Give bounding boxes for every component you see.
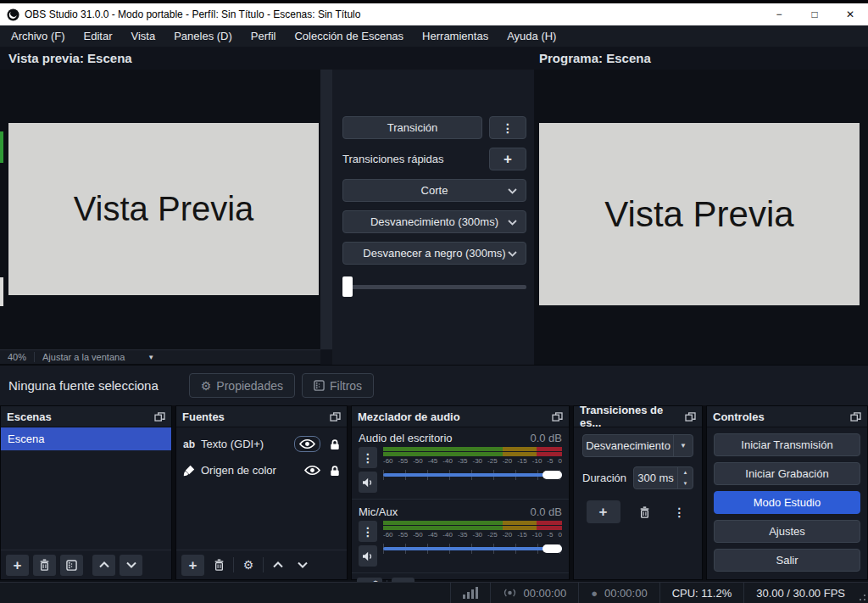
transitions-dock-header[interactable]: Transiciones de es...	[574, 406, 702, 427]
channel-menu-button[interactable]: ⋮	[359, 521, 377, 542]
speaker-icon	[362, 477, 374, 488]
transition-properties-button[interactable]: ⋮	[670, 501, 690, 522]
chevron-down-icon	[298, 561, 308, 568]
preview-viewport[interactable]: Vista Previa 40% Ajustar a la ventana ▼	[0, 70, 320, 349]
add-scene-button[interactable]: +	[6, 555, 29, 576]
quick-transition-fade-black-button[interactable]: Desvanecer a negro (300ms)	[342, 242, 526, 265]
visibility-toggle[interactable]	[304, 465, 320, 476]
scenes-dock: Escenas Escena +	[0, 405, 172, 580]
remove-scene-button[interactable]	[33, 555, 56, 576]
volume-slider-handle[interactable]	[542, 544, 562, 553]
scale-mode[interactable]: Ajustar a la ventana	[35, 350, 132, 364]
volume-slider-handle[interactable]	[542, 471, 562, 479]
spin-down-icon[interactable]: ▼	[678, 478, 693, 489]
menu-archivo[interactable]: Archivo (F)	[2, 25, 75, 47]
program-canvas: Vista Previa	[539, 123, 860, 305]
dropdown-arrow-icon: ▼	[673, 435, 693, 456]
controls-dock-title: Controles	[713, 410, 765, 423]
move-source-down-button[interactable]	[292, 555, 313, 576]
kebab-icon: ⋮	[674, 506, 686, 518]
move-source-up-button[interactable]	[268, 555, 288, 576]
preview-canvas[interactable]: Vista Previa	[8, 123, 319, 295]
exit-button[interactable]: Salir	[714, 549, 860, 572]
channel-menu-button[interactable]: ⋮	[359, 447, 377, 468]
start-streaming-button[interactable]: Iniciar Transmisión	[714, 433, 860, 456]
audio-mixer-dock: Mezclador de audio Audio del escritorio …	[351, 405, 570, 580]
remove-transition-button[interactable]	[635, 501, 655, 522]
popout-icon[interactable]	[552, 412, 563, 422]
transition-slider[interactable]	[342, 276, 526, 297]
titlebar[interactable]: OBS Studio 31.0.0 - Modo portable - Perf…	[0, 3, 868, 25]
menu-editar[interactable]: Editar	[75, 25, 122, 47]
menu-herramientas[interactable]: Herramientas	[413, 25, 498, 47]
menu-ayuda[interactable]: Ayuda (H)	[498, 25, 565, 47]
controls-dock: Controles Iniciar Transmisión Iniciar Gr…	[706, 405, 868, 580]
maximize-button[interactable]: □	[797, 3, 832, 25]
minimize-button[interactable]: −	[761, 3, 797, 25]
transition-button[interactable]: Transición	[342, 116, 482, 139]
color-source-icon	[183, 465, 195, 477]
menu-paneles[interactable]: Paneles (D)	[164, 25, 242, 47]
chevron-down-icon	[508, 220, 517, 226]
close-button[interactable]: ✕	[832, 3, 868, 25]
plus-icon: +	[599, 505, 608, 519]
move-scene-down-button[interactable]	[120, 555, 142, 576]
menu-coleccion-escenas[interactable]: Colección de Escenas	[285, 25, 413, 47]
spin-up-icon[interactable]: ▲	[678, 467, 693, 478]
mute-button[interactable]	[359, 545, 377, 567]
transition-menu-button[interactable]: ⋮	[489, 116, 526, 139]
channel-level: 0.0 dB	[530, 505, 562, 518]
signal-bars-icon	[463, 587, 478, 599]
scene-filters-button[interactable]	[60, 555, 83, 576]
sources-dock-header[interactable]: Fuentes	[176, 406, 347, 427]
quick-transition-cut-button[interactable]: Corte	[342, 179, 526, 202]
scale-mode-dropdown-icon[interactable]: ▼	[147, 354, 154, 361]
source-properties-button[interactable]: ⚙	[238, 555, 259, 576]
transition-slider-handle[interactable]	[342, 276, 353, 297]
preview-label: Vista previa: Escena	[8, 47, 132, 70]
start-recording-button[interactable]: Iniciar Grabación	[714, 462, 860, 485]
filters-button[interactable]: Filtros	[302, 373, 374, 398]
lock-toggle[interactable]	[330, 465, 340, 477]
add-source-button[interactable]: +	[181, 555, 204, 576]
source-row-text[interactable]: ab Texto (GDI+)	[176, 431, 347, 457]
pane-splitter[interactable]	[320, 70, 332, 349]
gear-icon: ⚙	[201, 379, 212, 393]
popout-icon[interactable]	[330, 412, 341, 422]
move-scene-up-button[interactable]	[92, 555, 115, 576]
controls-dock-header[interactable]: Controles	[707, 406, 867, 427]
duration-spinbox[interactable]: 300 ms ▲ ▼	[633, 466, 693, 489]
trash-icon	[639, 506, 650, 518]
zoom-level[interactable]: 40%	[0, 350, 34, 364]
add-quick-transition-button[interactable]: +	[489, 148, 526, 170]
resize-grip[interactable]	[857, 583, 868, 603]
scene-list-item-selected[interactable]: Escena	[1, 427, 171, 450]
menu-vista[interactable]: Vista	[122, 25, 165, 47]
mute-button[interactable]	[359, 472, 377, 493]
popout-icon[interactable]	[154, 412, 165, 422]
popout-icon[interactable]	[850, 412, 861, 422]
program-viewport[interactable]: Vista Previa	[534, 70, 868, 365]
remove-source-button[interactable]	[209, 555, 229, 576]
quick-transition-fade-button[interactable]: Desvanecimiento (300ms)	[342, 210, 526, 233]
broadcast-icon	[503, 588, 517, 598]
scenes-toolbar: +	[1, 550, 171, 579]
mixer-dock-header[interactable]: Mezclador de audio	[352, 406, 569, 427]
add-transition-button[interactable]: +	[587, 500, 620, 523]
menu-perfil[interactable]: Perfil	[242, 25, 286, 47]
lock-toggle[interactable]	[330, 438, 340, 450]
source-row-color[interactable]: Origen de color	[176, 457, 347, 483]
scenes-dock-header[interactable]: Escenas	[1, 406, 171, 427]
scene-edge-fragment	[0, 131, 3, 163]
settings-button[interactable]: Ajustes	[714, 520, 860, 543]
visibility-toggle[interactable]	[294, 436, 320, 452]
volume-slider[interactable]	[383, 542, 562, 556]
volume-meter	[383, 447, 562, 451]
popout-icon[interactable]	[685, 412, 696, 422]
transition-select[interactable]: Desvanecimiento ▼	[582, 434, 693, 457]
volume-slider[interactable]	[383, 468, 562, 482]
lock-icon	[330, 438, 340, 450]
studio-mode-button[interactable]: Modo Estudio	[714, 491, 860, 514]
properties-button[interactable]: ⚙ Propiedades	[189, 373, 295, 398]
window-controls: − □ ✕	[761, 3, 868, 25]
